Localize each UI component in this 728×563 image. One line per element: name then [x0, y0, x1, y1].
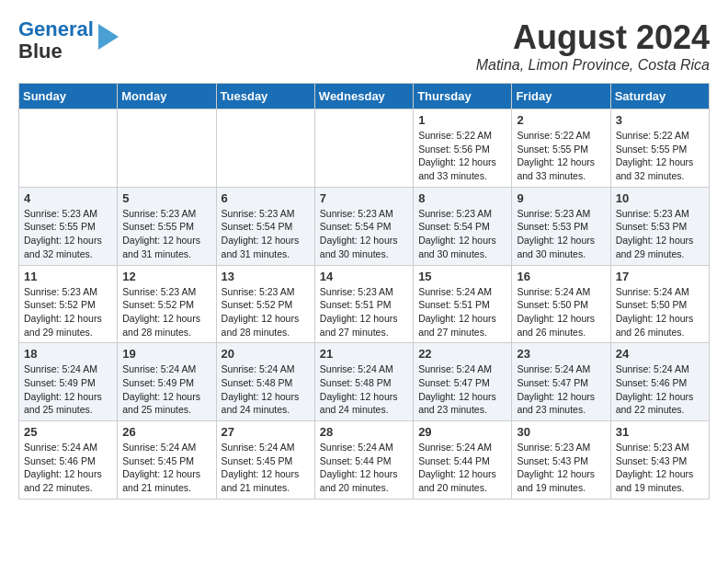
- day-number: 13: [222, 270, 310, 283]
- day-number: 27: [222, 425, 310, 439]
- logo-arrow-icon: [98, 24, 119, 50]
- day-info: Sunrise: 5:24 AM Sunset: 5:47 PM Dayligh…: [418, 362, 506, 417]
- day-info: Sunrise: 5:24 AM Sunset: 5:47 PM Dayligh…: [517, 362, 605, 417]
- day-number: 3: [616, 113, 704, 127]
- calendar-cell: 1Sunrise: 5:22 AM Sunset: 5:56 PM Daylig…: [414, 109, 512, 188]
- weekday-header-monday: Monday: [118, 84, 216, 109]
- calendar-cell: 8Sunrise: 5:23 AM Sunset: 5:54 PM Daylig…: [414, 187, 512, 265]
- day-number: 21: [320, 347, 408, 361]
- weekday-header-sunday: Sunday: [19, 84, 118, 109]
- month-year-title: August 2024: [476, 18, 710, 57]
- calendar-cell: 5Sunrise: 5:23 AM Sunset: 5:55 PM Daylig…: [118, 187, 216, 265]
- calendar-cell: 29Sunrise: 5:24 AM Sunset: 5:44 PM Dayli…: [414, 421, 512, 500]
- calendar-cell: 22Sunrise: 5:24 AM Sunset: 5:47 PM Dayli…: [414, 343, 512, 421]
- day-number: 16: [517, 270, 605, 283]
- calendar-cell: 28Sunrise: 5:24 AM Sunset: 5:44 PM Dayli…: [314, 421, 413, 500]
- calendar-cell: [216, 109, 314, 188]
- day-number: 4: [24, 191, 112, 205]
- calendar-week-row: 18Sunrise: 5:24 AM Sunset: 5:49 PM Dayli…: [19, 343, 710, 421]
- calendar-cell: 11Sunrise: 5:23 AM Sunset: 5:52 PM Dayli…: [19, 265, 118, 343]
- day-info: Sunrise: 5:24 AM Sunset: 5:44 PM Dayligh…: [320, 441, 408, 495]
- day-number: 18: [24, 347, 112, 361]
- day-info: Sunrise: 5:24 AM Sunset: 5:48 PM Dayligh…: [320, 362, 408, 417]
- day-number: 22: [418, 347, 506, 361]
- logo: General Blue: [18, 18, 119, 63]
- calendar-cell: 10Sunrise: 5:23 AM Sunset: 5:53 PM Dayli…: [610, 187, 709, 265]
- calendar-cell: 21Sunrise: 5:24 AM Sunset: 5:48 PM Dayli…: [314, 343, 413, 421]
- calendar-cell: 3Sunrise: 5:22 AM Sunset: 5:55 PM Daylig…: [610, 109, 709, 188]
- day-info: Sunrise: 5:24 AM Sunset: 5:50 PM Dayligh…: [616, 285, 704, 339]
- calendar-cell: 17Sunrise: 5:24 AM Sunset: 5:50 PM Dayli…: [610, 265, 709, 343]
- calendar-cell: 15Sunrise: 5:24 AM Sunset: 5:51 PM Dayli…: [414, 265, 512, 343]
- day-number: 29: [418, 425, 506, 439]
- day-number: 19: [122, 347, 210, 361]
- day-info: Sunrise: 5:24 AM Sunset: 5:48 PM Dayligh…: [222, 362, 310, 417]
- day-info: Sunrise: 5:23 AM Sunset: 5:54 PM Dayligh…: [320, 207, 408, 261]
- day-info: Sunrise: 5:22 AM Sunset: 5:55 PM Dayligh…: [517, 129, 605, 183]
- weekday-header-row: SundayMondayTuesdayWednesdayThursdayFrid…: [19, 84, 710, 109]
- calendar-cell: [19, 109, 118, 188]
- calendar-cell: [314, 109, 413, 188]
- calendar-week-row: 4Sunrise: 5:23 AM Sunset: 5:55 PM Daylig…: [19, 187, 710, 265]
- day-info: Sunrise: 5:24 AM Sunset: 5:44 PM Dayligh…: [418, 441, 506, 495]
- day-number: 11: [24, 270, 112, 283]
- day-number: 31: [616, 425, 704, 439]
- calendar-cell: 18Sunrise: 5:24 AM Sunset: 5:49 PM Dayli…: [19, 343, 118, 421]
- day-info: Sunrise: 5:24 AM Sunset: 5:49 PM Dayligh…: [122, 362, 210, 417]
- day-info: Sunrise: 5:23 AM Sunset: 5:53 PM Dayligh…: [517, 207, 605, 261]
- day-info: Sunrise: 5:23 AM Sunset: 5:52 PM Dayligh…: [222, 285, 310, 339]
- day-info: Sunrise: 5:23 AM Sunset: 5:43 PM Dayligh…: [616, 441, 704, 495]
- day-info: Sunrise: 5:23 AM Sunset: 5:43 PM Dayligh…: [517, 441, 605, 495]
- day-info: Sunrise: 5:23 AM Sunset: 5:51 PM Dayligh…: [320, 285, 408, 339]
- day-info: Sunrise: 5:24 AM Sunset: 5:50 PM Dayligh…: [517, 285, 605, 339]
- day-info: Sunrise: 5:23 AM Sunset: 5:55 PM Dayligh…: [122, 207, 210, 261]
- day-info: Sunrise: 5:24 AM Sunset: 5:49 PM Dayligh…: [24, 362, 112, 417]
- calendar-cell: 9Sunrise: 5:23 AM Sunset: 5:53 PM Daylig…: [512, 187, 610, 265]
- calendar-cell: 4Sunrise: 5:23 AM Sunset: 5:55 PM Daylig…: [19, 187, 118, 265]
- day-info: Sunrise: 5:23 AM Sunset: 5:52 PM Dayligh…: [122, 285, 210, 339]
- calendar-cell: 16Sunrise: 5:24 AM Sunset: 5:50 PM Dayli…: [512, 265, 610, 343]
- day-number: 15: [418, 270, 506, 283]
- logo-general: General: [18, 17, 94, 40]
- day-number: 24: [616, 347, 704, 361]
- day-number: 6: [222, 191, 310, 205]
- weekday-header-friday: Friday: [512, 84, 610, 109]
- logo-text: General Blue: [18, 18, 94, 63]
- calendar-header: SundayMondayTuesdayWednesdayThursdayFrid…: [19, 84, 710, 109]
- day-info: Sunrise: 5:24 AM Sunset: 5:46 PM Dayligh…: [24, 441, 112, 495]
- day-number: 28: [320, 425, 408, 439]
- title-block: August 2024 Matina, Limon Province, Cost…: [476, 18, 710, 74]
- location-subtitle: Matina, Limon Province, Costa Rica: [476, 57, 710, 74]
- calendar-cell: 6Sunrise: 5:23 AM Sunset: 5:54 PM Daylig…: [216, 187, 314, 265]
- day-info: Sunrise: 5:24 AM Sunset: 5:45 PM Dayligh…: [122, 441, 210, 495]
- weekday-header-wednesday: Wednesday: [314, 84, 413, 109]
- calendar-body: 1Sunrise: 5:22 AM Sunset: 5:56 PM Daylig…: [19, 109, 710, 500]
- calendar-week-row: 25Sunrise: 5:24 AM Sunset: 5:46 PM Dayli…: [19, 421, 710, 500]
- day-info: Sunrise: 5:23 AM Sunset: 5:54 PM Dayligh…: [222, 207, 310, 261]
- day-number: 20: [222, 347, 310, 361]
- page-header: General Blue August 2024 Matina, Limon P…: [18, 18, 710, 74]
- day-number: 12: [122, 270, 210, 283]
- weekday-header-thursday: Thursday: [414, 84, 512, 109]
- calendar-cell: 23Sunrise: 5:24 AM Sunset: 5:47 PM Dayli…: [512, 343, 610, 421]
- day-number: 14: [320, 270, 408, 283]
- weekday-header-saturday: Saturday: [610, 84, 709, 109]
- day-number: 5: [122, 191, 210, 205]
- weekday-header-tuesday: Tuesday: [216, 84, 314, 109]
- day-info: Sunrise: 5:23 AM Sunset: 5:55 PM Dayligh…: [24, 207, 112, 261]
- calendar-table: SundayMondayTuesdayWednesdayThursdayFrid…: [18, 83, 710, 500]
- day-number: 17: [616, 270, 704, 283]
- logo-blue: Blue: [18, 40, 63, 63]
- day-number: 7: [320, 191, 408, 205]
- calendar-cell: 26Sunrise: 5:24 AM Sunset: 5:45 PM Dayli…: [118, 421, 216, 500]
- day-info: Sunrise: 5:23 AM Sunset: 5:52 PM Dayligh…: [24, 285, 112, 339]
- calendar-cell: 27Sunrise: 5:24 AM Sunset: 5:45 PM Dayli…: [216, 421, 314, 500]
- day-number: 8: [418, 191, 506, 205]
- day-info: Sunrise: 5:24 AM Sunset: 5:46 PM Dayligh…: [616, 362, 704, 417]
- calendar-cell: 2Sunrise: 5:22 AM Sunset: 5:55 PM Daylig…: [512, 109, 610, 188]
- calendar-cell: 25Sunrise: 5:24 AM Sunset: 5:46 PM Dayli…: [19, 421, 118, 500]
- day-number: 30: [517, 425, 605, 439]
- calendar-cell: 24Sunrise: 5:24 AM Sunset: 5:46 PM Dayli…: [610, 343, 709, 421]
- day-number: 26: [122, 425, 210, 439]
- calendar-week-row: 1Sunrise: 5:22 AM Sunset: 5:56 PM Daylig…: [19, 109, 710, 188]
